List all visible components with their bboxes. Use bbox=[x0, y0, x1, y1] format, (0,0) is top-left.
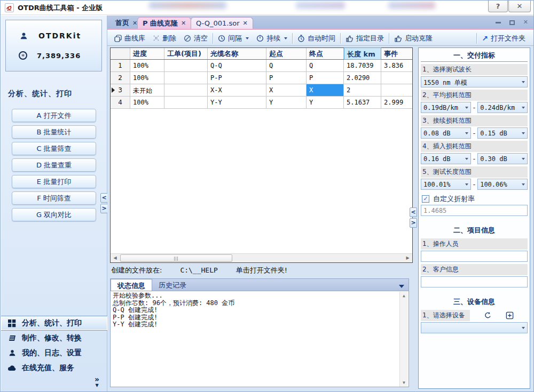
sidebar-button-open-file[interactable]: A 打开文件 bbox=[12, 109, 96, 122]
cell-progress[interactable]: 未开始 bbox=[130, 84, 164, 96]
curve-library-button[interactable]: 曲线库 bbox=[111, 33, 149, 44]
panel-collapse-left-arrow[interactable]: < bbox=[410, 207, 417, 217]
tab-sor-file[interactable]: Q-Q_001.sor ✕ bbox=[191, 17, 253, 29]
cell-order[interactable] bbox=[164, 60, 208, 71]
chevron-down-icon[interactable] bbox=[284, 37, 287, 39]
operator-input[interactable] bbox=[421, 251, 528, 262]
scroll-left-icon[interactable]: ◀ bbox=[111, 254, 120, 262]
scroll-right-icon[interactable]: ▶ bbox=[403, 254, 412, 262]
avg-loss-min-select[interactable]: 0.19dB/km bbox=[421, 102, 471, 113]
delete-button[interactable]: 删除 bbox=[149, 33, 180, 44]
row-number[interactable]: 1 bbox=[111, 60, 130, 71]
col-header-start[interactable]: 起点 bbox=[266, 48, 307, 59]
cell-start[interactable]: P bbox=[266, 72, 307, 84]
insert-loss-min-select[interactable]: 0.16 dB bbox=[421, 153, 471, 164]
scroll-down-icon[interactable]: ▼ bbox=[400, 379, 408, 387]
sidebar-button-batch-stats[interactable]: B 批量统计 bbox=[12, 125, 96, 139]
menu-item-analyze[interactable]: 分析、统计、打印 bbox=[1, 316, 107, 331]
device-select[interactable] bbox=[421, 322, 528, 333]
cell-order[interactable] bbox=[164, 72, 208, 84]
cell-length[interactable]: 2 bbox=[344, 84, 381, 96]
help-button[interactable]: ? bbox=[488, 1, 508, 12]
cell-cable[interactable]: Q-Q bbox=[208, 60, 266, 71]
cell-progress[interactable]: 100% bbox=[130, 60, 164, 71]
auto-time-button[interactable]: 自动时间 bbox=[294, 33, 339, 44]
cell-order[interactable] bbox=[164, 97, 208, 108]
row-number[interactable]: 3 bbox=[111, 84, 130, 96]
cell-progress[interactable]: 100% bbox=[130, 97, 164, 108]
cell-end[interactable]: Y bbox=[307, 97, 344, 108]
cell-cable[interactable]: Y-Y bbox=[208, 97, 266, 108]
cell-end[interactable]: P bbox=[307, 72, 344, 84]
tab-status-info[interactable]: 状态信息 bbox=[111, 279, 152, 291]
chevron-down-icon[interactable] bbox=[246, 37, 249, 39]
cell-end[interactable]: Q bbox=[307, 60, 344, 71]
open-folder-link[interactable]: 单击打开文件夹! bbox=[236, 266, 287, 274]
tab-close-icon[interactable]: ✕ bbox=[132, 20, 137, 27]
row-number[interactable]: 4 bbox=[111, 97, 130, 108]
sidebar-collapse-right-arrow[interactable]: > bbox=[100, 204, 108, 213]
col-header-order[interactable]: 工单(项目) bbox=[164, 48, 208, 59]
refraction-checkbox[interactable]: ✓ bbox=[422, 195, 429, 203]
sidebar-collapse-left-arrow[interactable]: < bbox=[100, 193, 108, 203]
cell-cable[interactable]: P-P bbox=[208, 72, 266, 84]
sidebar-button-bidir-compare[interactable]: G 双向对比 bbox=[12, 208, 96, 221]
menu-overflow-chevron[interactable]: »▼ bbox=[95, 377, 99, 388]
menu-item-create[interactable]: 制作、修改、转换 bbox=[1, 331, 107, 346]
cell-start[interactable]: Q bbox=[266, 60, 307, 71]
tab-close-icon[interactable]: ✕ bbox=[243, 20, 248, 27]
insert-loss-max-select[interactable]: 0.30 dB bbox=[477, 153, 528, 164]
cell-events[interactable]: 2.999 bbox=[381, 97, 412, 108]
col-header-end[interactable]: 终点 bbox=[307, 48, 344, 59]
sidebar-button-batch-print[interactable]: E 批量打印 bbox=[12, 175, 96, 188]
row-number[interactable]: 2 bbox=[111, 72, 130, 84]
cell-progress[interactable]: 100% bbox=[130, 72, 164, 84]
cell-length[interactable]: 18.7039 bbox=[344, 60, 381, 71]
minimize-icon[interactable] bbox=[496, 22, 501, 23]
sidebar-button-batch-screen[interactable]: C 批量筛查 bbox=[12, 142, 96, 155]
tab-history[interactable]: 历史记录 bbox=[152, 279, 193, 291]
cell-end-selected[interactable]: X bbox=[307, 84, 344, 96]
cell-events[interactable]: 3.836 bbox=[381, 60, 412, 71]
add-device-icon[interactable] bbox=[506, 311, 514, 319]
length-min-select[interactable]: 100.01% bbox=[421, 179, 471, 190]
refraction-input[interactable]: 1.4685 bbox=[421, 205, 528, 216]
vertical-scrollbar[interactable]: ▲ ▼ bbox=[399, 292, 408, 387]
customer-input[interactable] bbox=[421, 276, 528, 287]
scroll-up-icon[interactable]: ▲ bbox=[400, 292, 408, 300]
restore-icon[interactable] bbox=[509, 20, 515, 25]
close-button[interactable]: ✕ bbox=[508, 1, 531, 12]
horizontal-scrollbar[interactable]: ◀ ▶ bbox=[111, 253, 412, 262]
menu-item-mine[interactable]: 我的、日志、设置 bbox=[1, 346, 107, 361]
cell-events[interactable] bbox=[381, 84, 412, 96]
cell-start[interactable]: Y bbox=[266, 97, 307, 108]
menu-item-recharge[interactable]: 在线充值、服务 bbox=[1, 361, 107, 375]
cell-length[interactable]: 5.1637 bbox=[344, 97, 381, 108]
cell-length[interactable]: 2.0290 bbox=[344, 72, 381, 84]
refresh-icon[interactable] bbox=[484, 311, 492, 319]
tab-curve-clone[interactable]: P 曲线克隆 ✕ bbox=[137, 17, 191, 29]
start-clone-button[interactable]: 启动克隆 bbox=[390, 33, 436, 44]
panel-collapse-right-arrow[interactable]: > bbox=[410, 218, 417, 228]
col-header-length-sorted[interactable]: 长度 km bbox=[344, 47, 381, 60]
log-dropdown-icon[interactable] bbox=[399, 285, 404, 288]
target-directory-button[interactable]: 指定目录 bbox=[342, 33, 388, 44]
scrollbar-thumb[interactable] bbox=[120, 254, 232, 262]
wavelength-select[interactable]: 1550 nm 单模 bbox=[421, 76, 528, 87]
duration-button[interactable]: 持续 bbox=[253, 33, 291, 44]
splice-loss-min-select[interactable]: 0.08 dB bbox=[421, 127, 471, 139]
cell-cable[interactable]: X-X bbox=[208, 84, 266, 96]
clear-button[interactable]: 清空 bbox=[180, 33, 211, 44]
sidebar-button-batch-dedupe[interactable]: D 批量查重 bbox=[12, 158, 96, 172]
avg-loss-max-select[interactable]: 0.24dB/km bbox=[477, 102, 528, 113]
col-header-events[interactable]: 事件 bbox=[381, 48, 412, 59]
splice-loss-max-select[interactable]: 0.15 dB bbox=[477, 127, 528, 139]
cell-order[interactable] bbox=[164, 84, 208, 96]
length-max-select[interactable]: 100.06% bbox=[477, 179, 528, 190]
interval-button[interactable]: 间隔 bbox=[214, 33, 253, 44]
col-header-progress[interactable]: 进度 bbox=[130, 48, 164, 59]
tab-close-icon[interactable]: ✕ bbox=[181, 20, 186, 27]
mdi-close-icon[interactable]: ✕ bbox=[523, 19, 528, 26]
col-header-cable[interactable]: 光缆名称 bbox=[208, 48, 266, 59]
cell-start[interactable]: X bbox=[266, 84, 307, 96]
